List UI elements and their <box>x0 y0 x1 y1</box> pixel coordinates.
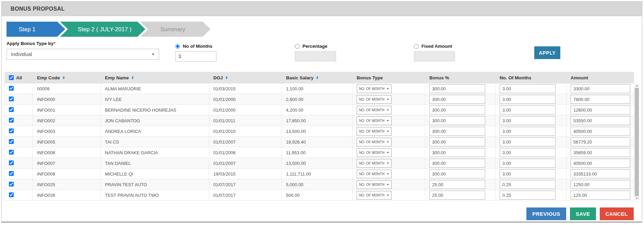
no-of-months-input[interactable] <box>500 84 556 93</box>
step-1-label[interactable]: Step 1 <box>19 26 35 33</box>
bonus-pct-input[interactable] <box>429 137 485 146</box>
emp-name-cell: PRAVIN TEST AUTO <box>101 179 209 190</box>
bonus-pct-input[interactable] <box>429 84 485 93</box>
bonus-pct-input[interactable] <box>429 148 485 157</box>
amount-input[interactable] <box>571 169 630 178</box>
scroll-up-arrow-icon[interactable]: ▲ <box>634 83 639 88</box>
no-of-months-radio-row[interactable]: No of Months <box>175 44 216 49</box>
no-of-months-input[interactable] <box>500 127 556 136</box>
save-button[interactable]: SAVE <box>570 207 596 220</box>
emp-code-cell: INFO007 <box>33 158 101 169</box>
column-header-no-of-months: No. Of Months <box>496 72 567 83</box>
basic-salary-cell: 4,200.00 <box>282 105 353 115</box>
cancel-button[interactable]: CANCEL <box>600 207 634 220</box>
apply-bonus-type-label-text: Apply Bonus Type by <box>7 41 53 46</box>
row-checkbox[interactable] <box>9 118 14 123</box>
bonus-type-select[interactable]: NO. OF MONTH ▼ <box>357 170 392 178</box>
bonus-type-select[interactable]: NO. OF MONTH ▼ <box>357 148 392 157</box>
column-header-doj[interactable]: DOJ▲▼ <box>209 72 282 83</box>
bonus-type-select[interactable]: NO. OF MONTH ▼ <box>357 116 392 125</box>
bonus-pct-input[interactable] <box>429 95 485 104</box>
row-select-cell <box>5 190 33 201</box>
bonus-type-select[interactable]: NO. OF MONTH ▼ <box>357 106 392 114</box>
no-of-months-radio[interactable] <box>175 44 180 49</box>
amount-input[interactable] <box>571 116 630 125</box>
bonus-type-select[interactable]: NO. OF MONTH ▼ <box>357 180 392 189</box>
row-checkbox[interactable] <box>9 97 14 101</box>
sort-icon[interactable]: ▲▼ <box>131 76 134 79</box>
sort-icon[interactable]: ▲▼ <box>225 76 228 79</box>
row-checkbox[interactable] <box>9 86 14 91</box>
bonus-pct-input[interactable] <box>429 169 485 178</box>
sort-icon[interactable]: ▲▼ <box>316 76 319 79</box>
row-checkbox[interactable] <box>9 171 14 176</box>
no-of-months-value-input[interactable] <box>175 51 216 61</box>
bonus-type-select[interactable]: NO. OF MONTH ▼ <box>357 95 392 104</box>
no-of-months-input[interactable] <box>500 169 556 178</box>
scrollbar-thumb[interactable] <box>635 88 639 196</box>
amount-input[interactable] <box>571 127 630 136</box>
step-1-chevron[interactable] <box>7 22 65 37</box>
row-checkbox[interactable] <box>9 160 14 165</box>
fixed-amount-radio-row[interactable]: Fixed Amount <box>414 44 455 49</box>
previous-button[interactable]: PREVIOUS <box>526 207 566 220</box>
no-of-months-input[interactable] <box>500 180 556 189</box>
fixed-amount-radio-label: Fixed Amount <box>421 44 452 49</box>
scroll-down-arrow-icon[interactable]: ▼ <box>634 196 639 201</box>
bonus-type-select[interactable]: NO. OF MONTH ▼ <box>357 138 392 146</box>
amount-input[interactable] <box>571 148 630 157</box>
no-of-months-input[interactable] <box>500 105 556 114</box>
bonus-type-select[interactable]: NO. OF MONTH ▼ <box>357 85 392 93</box>
column-header-emp-name[interactable]: Emp Name▲▼ <box>101 72 209 83</box>
select-all-checkbox[interactable] <box>9 75 14 80</box>
bonus-type-selected-value: NO. OF MONTH <box>359 108 384 112</box>
chevron-down-icon: ▼ <box>386 172 389 176</box>
table-row: 00009 ALMA MARJORIE 01/03/2015 1,100.00 … <box>5 83 634 94</box>
table-vertical-scrollbar[interactable]: ▲ ▼ <box>634 83 639 201</box>
row-checkbox[interactable] <box>9 128 14 133</box>
no-of-months-cell <box>496 190 567 201</box>
column-header-bonus-pct: Bonus % <box>425 72 496 83</box>
step-2-label[interactable]: Step 2 ( JULY-2017 ) <box>78 26 132 33</box>
column-header-basic-salary[interactable]: Basic Salary▲▼ <box>282 72 353 83</box>
no-of-months-input[interactable] <box>500 137 556 146</box>
bonus-pct-input[interactable] <box>429 105 485 114</box>
amount-input[interactable] <box>571 105 630 114</box>
bonus-type-selected-value: NO. OF MONTH <box>359 161 384 165</box>
amount-input[interactable] <box>571 159 630 168</box>
bonus-pct-input[interactable] <box>429 127 485 136</box>
bonus-pct-input[interactable] <box>429 180 485 189</box>
apply-bonus-type-select[interactable]: Individual ▼ <box>7 49 159 60</box>
bonus-type-select[interactable]: NO. OF MONTH ▼ <box>357 127 392 136</box>
percentage-radio[interactable] <box>295 44 300 49</box>
no-of-months-input[interactable] <box>500 148 556 157</box>
apply-button[interactable]: APPLY <box>534 46 560 59</box>
percentage-radio-row[interactable]: Percentage <box>295 44 336 49</box>
column-header-emp-code[interactable]: Emp Code▲▼ <box>33 72 101 83</box>
apply-bonus-type-group: Apply Bonus Type by* Individual ▼ <box>7 41 159 60</box>
row-checkbox[interactable] <box>9 182 14 187</box>
bonus-type-select[interactable]: NO. OF MONTH ▼ <box>357 191 392 200</box>
amount-input[interactable] <box>571 137 630 146</box>
no-of-months-input[interactable] <box>500 191 556 200</box>
row-checkbox[interactable] <box>9 150 14 155</box>
sort-icon[interactable]: ▲▼ <box>62 76 65 79</box>
bonus-pct-input[interactable] <box>429 159 485 168</box>
fixed-amount-radio[interactable] <box>414 44 419 49</box>
amount-input[interactable] <box>571 180 630 189</box>
amount-input[interactable] <box>571 95 630 104</box>
no-of-months-input[interactable] <box>500 159 556 168</box>
amount-input[interactable] <box>571 84 630 93</box>
no-of-months-input[interactable] <box>500 95 556 104</box>
bonus-pct-input[interactable] <box>429 116 485 125</box>
row-checkbox[interactable] <box>9 139 14 144</box>
bonus-type-cell: NO. OF MONTH ▼ <box>353 94 425 105</box>
bonus-pct-input[interactable] <box>429 191 485 200</box>
bonus-type-select[interactable]: NO. OF MONTH ▼ <box>357 159 392 168</box>
row-checkbox[interactable] <box>9 192 14 197</box>
basic-salary-cell: 500.00 <box>282 190 353 201</box>
row-checkbox[interactable] <box>9 107 14 112</box>
doj-cell: 01/07/2017 <box>209 190 282 201</box>
no-of-months-input[interactable] <box>500 116 556 125</box>
amount-input[interactable] <box>571 191 630 200</box>
